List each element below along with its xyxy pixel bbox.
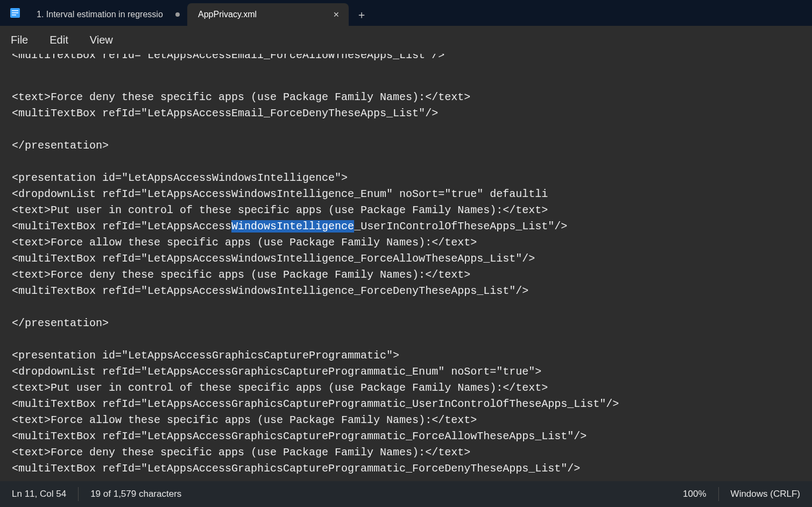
editor-line: <text>Put user in control of these speci… bbox=[12, 202, 801, 219]
editor-line: <multiTextBox refId="LetAppsAccessGraphi… bbox=[12, 428, 801, 445]
status-zoom[interactable]: 100% bbox=[683, 489, 706, 499]
tab-title: 1. Interval estimation in regressio bbox=[37, 10, 166, 19]
text-editor[interactable]: <multiTextBox refId="LetAppsAccessEmail_… bbox=[0, 54, 812, 481]
editor-line: </presentation> bbox=[12, 315, 801, 332]
status-cursor-position[interactable]: Ln 11, Col 54 bbox=[12, 489, 66, 499]
editor-line: <text>Force deny these specific apps (us… bbox=[12, 89, 801, 105]
editor-line: <presentation id="LetAppsAccessGraphicsC… bbox=[12, 348, 801, 364]
editor-line: </presentation> bbox=[12, 138, 801, 154]
menu-bar: File Edit View bbox=[0, 26, 812, 54]
editor-line: <text>Put user in control of these speci… bbox=[12, 380, 801, 396]
editor-line: <multiTextBox refId="LetAppsAccessEmail_… bbox=[12, 54, 444, 64]
status-bar: Ln 11, Col 54 19 of 1,579 characters 100… bbox=[0, 481, 812, 507]
editor-line: <multiTextBox refId="LetAppsAccessWindow… bbox=[12, 219, 801, 235]
editor-line: <text>Force allow these specific apps (u… bbox=[12, 235, 801, 251]
tab-appprivacy-xml[interactable]: AppPrivacy.xml ✕ bbox=[187, 3, 349, 26]
menu-edit[interactable]: Edit bbox=[50, 34, 68, 46]
editor-line: <multiTextBox refId="LetAppsAccessEmail_… bbox=[12, 105, 801, 122]
tab-title: AppPrivacy.xml bbox=[198, 10, 322, 19]
menu-view[interactable]: View bbox=[90, 34, 113, 46]
svg-rect-1 bbox=[12, 10, 18, 11]
editor-line: <dropdownList refId="LetAppsAccessWindow… bbox=[12, 186, 801, 202]
svg-rect-3 bbox=[12, 15, 16, 16]
separator bbox=[718, 487, 719, 501]
editor-line: <multiTextBox refId="LetAppsAccessWindow… bbox=[12, 283, 801, 299]
modified-dot-icon bbox=[175, 12, 180, 17]
editor-line: <dropdownList refId="LetAppsAccessGraphi… bbox=[12, 364, 801, 380]
editor-line: <text>Force deny these specific apps (us… bbox=[12, 445, 801, 461]
editor-line: <multiTextBox refId="LetAppsAccessGraphi… bbox=[12, 461, 801, 477]
editor-line: <multiTextBox refId="LetAppsAccessWindow… bbox=[12, 251, 801, 267]
close-icon[interactable]: ✕ bbox=[331, 10, 341, 19]
editor-line: <text>Force deny these specific apps (us… bbox=[12, 267, 801, 283]
svg-rect-2 bbox=[12, 12, 18, 13]
editor-line: <multiTextBox refId="LetAppsAccessGraphi… bbox=[12, 396, 801, 412]
new-tab-button[interactable]: ＋ bbox=[349, 3, 375, 26]
plus-icon: ＋ bbox=[356, 8, 367, 22]
app-icon bbox=[4, 0, 26, 26]
status-selection-count: 19 of 1,579 characters bbox=[90, 489, 181, 499]
tab-interval-estimation[interactable]: 1. Interval estimation in regressio bbox=[26, 3, 187, 26]
editor-line: <text>Force allow these specific apps (u… bbox=[12, 412, 801, 428]
editor-line bbox=[12, 154, 801, 170]
editor-line bbox=[12, 122, 801, 138]
editor-line bbox=[12, 299, 801, 315]
editor-line bbox=[12, 332, 801, 348]
menu-file[interactable]: File bbox=[11, 34, 28, 46]
editor-line: <presentation id="LetAppsAccessWindowsIn… bbox=[12, 170, 801, 186]
status-line-ending[interactable]: Windows (CRLF) bbox=[731, 489, 800, 499]
tab-bar: 1. Interval estimation in regressio AppP… bbox=[0, 0, 812, 26]
text-selection: WindowsIntelligence bbox=[231, 220, 354, 233]
separator bbox=[78, 487, 79, 501]
